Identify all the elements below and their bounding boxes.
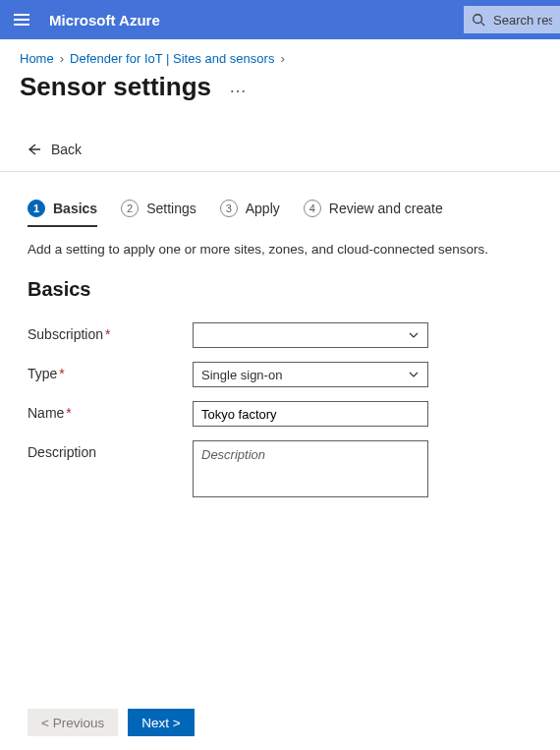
tab-label: Review and create	[329, 201, 443, 216]
back-label: Back	[51, 142, 82, 157]
global-header: Microsoft Azure	[0, 0, 560, 39]
subscription-select[interactable]	[193, 322, 428, 348]
wizard-footer: < Previous Next >	[0, 699, 560, 750]
name-label: Name*	[28, 401, 193, 421]
back-button[interactable]: Back	[0, 102, 560, 172]
required-asterisk: *	[105, 326, 110, 342]
breadcrumb-link-defender[interactable]: Defender for IoT | Sites and sensors	[70, 51, 274, 66]
chevron-down-icon	[408, 369, 420, 380]
global-search[interactable]	[464, 6, 560, 33]
type-select[interactable]: Single sign-on	[193, 362, 428, 387]
tab-label: Settings	[146, 201, 196, 216]
breadcrumb: Home › Defender for IoT | Sites and sens…	[0, 39, 560, 66]
required-asterisk: *	[59, 366, 64, 381]
tab-basics[interactable]: 1 Basics	[28, 200, 97, 227]
section-heading-basics: Basics	[0, 257, 560, 307]
wizard-tabs: 1 Basics 2 Settings 3 Apply 4 Review and…	[0, 172, 560, 228]
svg-line-1	[481, 23, 485, 27]
global-search-input[interactable]	[493, 13, 552, 28]
tab-step-number: 4	[304, 200, 321, 217]
type-label: Type*	[28, 362, 193, 381]
description-label: Description	[28, 440, 193, 460]
chevron-right-icon: ›	[280, 51, 284, 66]
tab-apply[interactable]: 3 Apply	[220, 200, 280, 227]
required-asterisk: *	[66, 405, 71, 421]
next-button[interactable]: Next >	[128, 709, 194, 736]
tab-description: Add a setting to apply one or more sites…	[0, 228, 560, 257]
hamburger-menu-icon[interactable]	[14, 14, 29, 26]
chevron-down-icon	[408, 329, 420, 341]
basics-form: Subscription* Type* Single sign-on	[0, 307, 560, 531]
tab-step-number: 2	[121, 200, 139, 217]
name-input[interactable]	[193, 401, 428, 427]
subscription-label: Subscription*	[28, 322, 193, 342]
tab-step-number: 1	[28, 200, 45, 217]
brand-name: Microsoft Azure	[49, 12, 160, 29]
description-textarea[interactable]	[193, 440, 428, 497]
breadcrumb-link-home[interactable]: Home	[20, 51, 54, 66]
tab-step-number: 3	[220, 200, 238, 217]
tab-review[interactable]: 4 Review and create	[304, 200, 443, 227]
search-icon	[472, 13, 485, 27]
more-actions-icon[interactable]: …	[229, 77, 249, 97]
previous-button[interactable]: < Previous	[28, 709, 118, 736]
tab-settings[interactable]: 2 Settings	[121, 200, 196, 227]
chevron-right-icon: ›	[60, 51, 64, 66]
page-title: Sensor settings	[20, 72, 211, 102]
tab-label: Apply	[246, 201, 280, 216]
type-value: Single sign-on	[201, 368, 282, 382]
tab-label: Basics	[53, 201, 97, 216]
arrow-left-icon	[26, 142, 41, 157]
svg-point-0	[474, 15, 482, 24]
